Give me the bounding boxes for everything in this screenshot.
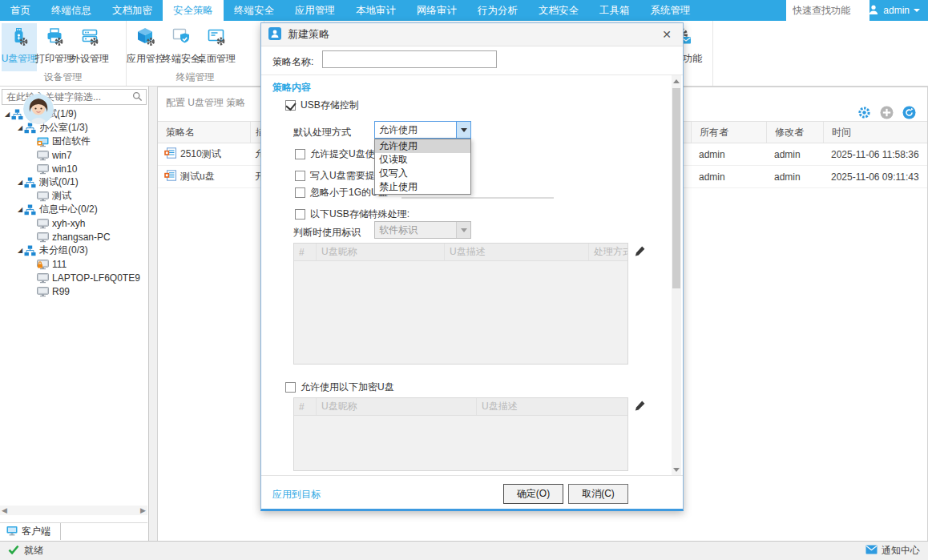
computer-icon (37, 150, 49, 161)
search-icon[interactable] (132, 91, 143, 102)
tree-item-8[interactable]: xyh-xyh (0, 216, 147, 230)
menu-item-11[interactable]: 系统管理 (640, 0, 701, 21)
tree-expand-icon[interactable]: ◢ (16, 124, 24, 131)
ribbon-button-cube[interactable]: 应用管控 (128, 23, 163, 71)
status-ready-label: 就绪 (24, 544, 43, 558)
ribbon-button-printer[interactable]: 打印管理 (37, 23, 72, 71)
sidebar-tree-panel: ◢测试(1/9)◢办公室(1/3)国信软件win7win10◢测试(0/1)测试… (0, 87, 149, 541)
tree-item-label: win7 (52, 150, 72, 161)
checkbox-icon[interactable] (285, 382, 296, 393)
dialog-app-icon (268, 27, 281, 42)
combo-dropdown-icon[interactable] (456, 122, 470, 138)
usb-storage-control-checkbox[interactable]: USB存储控制 (285, 99, 359, 112)
scroll-up-icon[interactable] (672, 75, 681, 87)
quick-search-input[interactable] (786, 0, 869, 21)
tree-item-13[interactable]: R99 (0, 284, 147, 298)
dialog-checkbox-label: 以下USB存储特殊处理: (310, 207, 410, 221)
tree-item-9[interactable]: zhangsan-PC (0, 230, 147, 244)
scroll-left-icon[interactable]: ◀ (2, 506, 7, 515)
menu-item-9[interactable]: 文档安全 (528, 0, 589, 21)
ribbon-button-shield-screen[interactable]: 终端安全 (163, 23, 199, 71)
menu-item-5[interactable]: 应用管理 (284, 0, 345, 21)
tree-item-12[interactable]: LAPTOP-LF6Q0TE9 (0, 271, 147, 284)
checkbox-icon[interactable] (295, 187, 305, 198)
ribbon-button-label: U盘管理 (2, 52, 38, 66)
menu-item-0[interactable]: 首页 (0, 0, 41, 21)
edit-special-usb-pencil-icon[interactable] (634, 245, 646, 257)
usb-storage-control-label: USB存储控制 (301, 99, 359, 112)
ok-button[interactable]: 确定(O) (503, 484, 563, 504)
tree-filter-input[interactable] (2, 89, 147, 105)
tree-item-5[interactable]: ◢测试(0/1) (0, 175, 147, 189)
column-header-2[interactable]: 所有者 (691, 122, 766, 143)
dialog-scrollbar[interactable] (672, 75, 681, 475)
menu-item-2[interactable]: 文档加密 (102, 0, 163, 21)
tree-expand-icon[interactable]: ◢ (16, 206, 24, 213)
refresh-icon[interactable] (902, 106, 916, 119)
policy-time-cell: 2025-11-06 11:58:36 (823, 149, 927, 160)
policy-name: 测试u盘 (180, 170, 215, 183)
checkbox-checked-icon[interactable] (285, 100, 296, 111)
tree-item-1[interactable]: ◢办公室(1/3) (0, 121, 147, 135)
dropdown-option-2[interactable]: 仅写入 (375, 167, 470, 180)
policy-name-input[interactable] (322, 50, 497, 68)
menu-item-4[interactable]: 终端安全 (224, 0, 284, 21)
ribbon-button-desktop[interactable]: 桌面管理 (199, 23, 234, 71)
cancel-button[interactable]: 取消(C) (568, 484, 628, 504)
tree-horizontal-scrollbar[interactable]: ◀ ▶ (0, 506, 147, 515)
encrypted-usb-checkbox[interactable]: 允许使用以下加密U盘 (285, 381, 394, 394)
tree-item-6[interactable]: 测试 (0, 189, 147, 203)
dropdown-option-3[interactable]: 禁止使用 (375, 180, 470, 194)
policy-doc-icon (164, 147, 176, 161)
menu-item-8[interactable]: 行为分析 (467, 0, 528, 21)
tree-item-label: 未分组(0/3) (39, 244, 88, 257)
tree-item-3[interactable]: win7 (0, 148, 147, 162)
tree-expand-icon[interactable]: ◢ (3, 111, 11, 118)
menu-item-7[interactable]: 网络审计 (406, 0, 467, 21)
tree-expand-icon[interactable]: ◢ (16, 179, 24, 186)
ribbon-button-devices[interactable]: 外设管理 (72, 23, 107, 71)
menu-item-3[interactable]: 安全策略 (163, 0, 224, 21)
dialog-checkbox-3[interactable]: 以下USB存储特殊处理: (295, 207, 410, 221)
checkbox-icon[interactable] (295, 209, 305, 220)
tree-expand-icon[interactable]: ◢ (16, 247, 24, 254)
column-header-0[interactable]: 策略名 (158, 122, 250, 143)
close-icon[interactable]: ✕ (658, 26, 676, 43)
menu-item-6[interactable]: 本地审计 (345, 0, 406, 21)
dropdown-option-1[interactable]: 仅读取 (375, 153, 470, 167)
tree-item-10[interactable]: ◢未分组(0/3) (0, 244, 147, 257)
apply-to-target-link[interactable]: 应用到目标 (272, 488, 321, 502)
tree-item-2[interactable]: 国信软件 (0, 135, 147, 148)
checkbox-icon[interactable] (295, 149, 305, 159)
ready-check-icon (8, 545, 19, 557)
default-mode-combobox[interactable]: 允许使用 (374, 121, 471, 139)
divider (261, 75, 683, 75)
user-menu[interactable]: admin (868, 0, 920, 21)
settings-gear-icon[interactable] (857, 106, 871, 119)
menu-item-1[interactable]: 终端信息 (41, 0, 102, 21)
scroll-down-icon[interactable] (672, 464, 681, 475)
top-menu-bar: 首页终端信息文档加密安全策略终端安全应用管理本地审计网络审计行为分析文档安全工具… (0, 0, 928, 21)
computer-icon (37, 218, 49, 229)
monitor-icon (6, 526, 18, 538)
special-table-col-1: U盘昵称 (316, 244, 444, 260)
tree-item-7[interactable]: ◢信息中心(0/2) (0, 203, 147, 216)
column-header-3[interactable]: 修改者 (766, 122, 823, 143)
column-header-4[interactable]: 时间 (823, 122, 927, 143)
notification-center[interactable]: 通知中心 (865, 544, 920, 558)
tree-item-4[interactable]: win10 (0, 162, 147, 175)
checkbox-icon[interactable] (295, 171, 305, 181)
tab-clients[interactable]: 客户端 (0, 523, 61, 540)
scroll-right-icon[interactable]: ▶ (140, 506, 146, 515)
tree-item-11[interactable]: 111 (0, 257, 147, 271)
identify-value: 软件标识 (375, 224, 456, 237)
tree-item-0[interactable]: ◢测试(1/9) (0, 107, 147, 121)
dropdown-option-0[interactable]: 允许使用 (375, 139, 470, 153)
menu-item-10[interactable]: 工具箱 (589, 0, 640, 21)
menu-strip: 首页终端信息文档加密安全策略终端安全应用管理本地审计网络审计行为分析文档安全工具… (0, 0, 701, 21)
ribbon-button-usb[interactable]: U盘管理 (2, 23, 37, 71)
edit-encrypted-usb-pencil-icon[interactable] (634, 400, 646, 412)
scrollbar-thumb[interactable] (672, 88, 680, 288)
notification-label: 通知中心 (882, 544, 920, 558)
add-policy-icon[interactable] (880, 106, 894, 119)
